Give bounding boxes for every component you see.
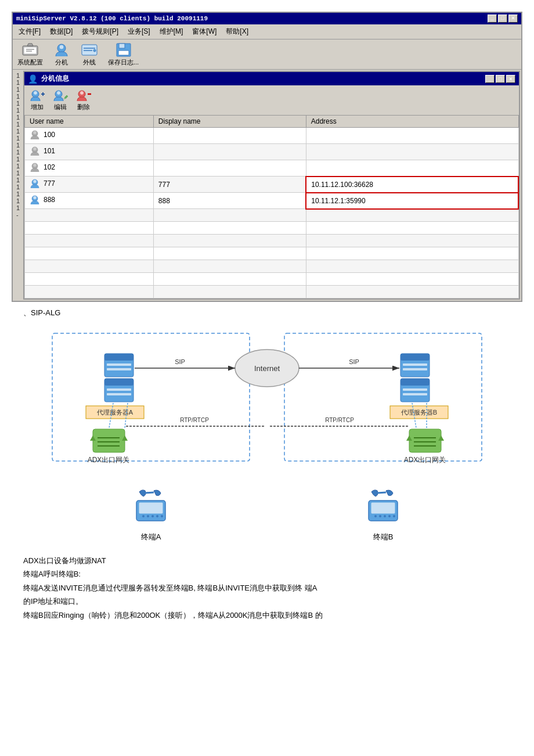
svg-point-31 <box>33 180 37 183</box>
main-title: miniSipServer V2.8.12 (100 clients) buil… <box>16 15 208 22</box>
add-icon <box>29 89 45 103</box>
svg-point-27 <box>33 147 37 151</box>
svg-text:SIP: SIP <box>349 358 359 365</box>
menu-help[interactable]: 帮助[X] <box>222 26 252 38</box>
dialog-title-text: 分机信息 <box>41 74 69 84</box>
menu-window[interactable]: 窗体[W] <box>189 26 220 38</box>
toolbar-ext-label: 分机 <box>55 58 68 67</box>
line-icon <box>80 42 99 58</box>
text-line-2: 终端A呼叫终端B: <box>23 567 511 581</box>
dialog-minimize-btn[interactable]: _ <box>485 75 495 83</box>
maximize-btn[interactable]: □ <box>498 15 507 23</box>
user-icon: 100 <box>30 129 55 140</box>
svg-point-15 <box>34 91 38 95</box>
cell-address <box>306 160 518 177</box>
user-icon: 101 <box>30 146 55 156</box>
svg-rect-39 <box>104 354 134 361</box>
svg-text:RTP/RTCP: RTP/RTCP <box>180 417 209 423</box>
extension-table: User name Display name Address <box>24 115 519 298</box>
main-area: 1 1 1 1 1 1 1 1 1 1 1 1 1 1 1 1 1 1 1 1 … <box>13 70 521 301</box>
col-address: Address <box>306 116 518 128</box>
cell-username: 100 <box>25 128 154 144</box>
svg-rect-12 <box>119 44 125 48</box>
toolbar-line-label: 外线 <box>83 58 96 67</box>
table-row[interactable]: 777 777 10.11.12.100:36628 <box>25 177 519 193</box>
menu-dial[interactable]: 拨号规则[P] <box>78 26 122 38</box>
toolbar-sysconfig[interactable]: 系统配置 <box>17 42 43 67</box>
svg-point-25 <box>33 131 37 135</box>
savelog-icon <box>114 42 133 58</box>
svg-point-90 <box>156 515 158 517</box>
delete-button[interactable]: 删除 <box>75 89 92 111</box>
dialog-maximize-btn[interactable]: □ <box>496 75 505 83</box>
add-button[interactable]: 增加 <box>29 89 45 111</box>
col-displayname: Display name <box>153 116 306 128</box>
minimize-btn[interactable]: _ <box>488 15 497 23</box>
cell-display: 888 <box>153 193 306 209</box>
dialog-controls: _ □ × <box>485 75 515 83</box>
cell-username: 888 <box>25 193 154 209</box>
cell-username: 101 <box>25 144 154 160</box>
svg-point-88 <box>147 515 149 517</box>
sip-alg-label: 、SIP-ALG <box>23 308 522 318</box>
text-content: ADX出口设备均做源NAT 终端A呼叫终端B: 终端A发送INVITE消息通过代… <box>23 554 511 622</box>
main-title-bar: miniSipServer V2.8.12 (100 clients) buil… <box>13 13 521 24</box>
dialog-close-btn[interactable]: × <box>506 75 515 83</box>
table-row <box>25 247 519 260</box>
table-row[interactable]: 888 888 10.11.12.1:35990 <box>25 193 519 209</box>
dialog-title-icon: 👤 <box>28 74 38 84</box>
toolbar-savelog[interactable]: 保存日志... <box>108 42 139 67</box>
svg-point-10 <box>93 49 96 52</box>
menu-file[interactable]: 文件[F] <box>15 26 44 38</box>
dialog-toolbar: 增加 编辑 <box>24 85 519 115</box>
table-row[interactable]: 100 <box>25 128 519 144</box>
edit-button[interactable]: 编辑 <box>52 89 68 111</box>
cell-address <box>306 144 518 160</box>
toolbar-sysconfig-label: 系统配置 <box>17 58 43 67</box>
close-btn[interactable]: × <box>508 15 518 23</box>
toolbar-line[interactable]: 外线 <box>80 42 99 67</box>
svg-rect-52 <box>403 388 427 391</box>
svg-line-20 <box>64 98 65 99</box>
cell-address: 10.11.12.1:35990 <box>306 193 518 209</box>
svg-line-92 <box>145 492 154 493</box>
svg-text:代理服务器A: 代理服务器A <box>96 409 134 416</box>
menu-maintain[interactable]: 维护[M] <box>156 26 187 38</box>
col-username: User name <box>25 116 154 128</box>
svg-text:ADX出口网关: ADX出口网关 <box>88 456 130 464</box>
svg-point-98 <box>388 515 391 517</box>
add-label: 增加 <box>31 103 44 111</box>
main-toolbar: 系统配置 分机 外线 <box>13 39 521 70</box>
svg-rect-13 <box>118 51 129 55</box>
table-row <box>25 273 519 286</box>
cell-address: 10.11.12.100:36628 <box>306 177 518 193</box>
ext-icon <box>52 42 71 58</box>
svg-point-95 <box>374 515 377 517</box>
svg-point-91 <box>161 515 163 517</box>
svg-text:ADX出口网关: ADX出口网关 <box>404 456 446 464</box>
main-window: miniSipServer V2.8.12 (100 clients) buil… <box>12 12 522 302</box>
table-row <box>25 235 519 247</box>
svg-line-100 <box>377 492 386 493</box>
user-icon: 888 <box>30 195 55 205</box>
svg-rect-49 <box>403 368 427 370</box>
menu-data[interactable]: 数据[D] <box>46 26 76 38</box>
svg-text:代理服务器B: 代理服务器B <box>400 409 437 416</box>
table-row[interactable]: 101 <box>25 144 519 160</box>
menu-service[interactable]: 业务[S] <box>124 26 154 38</box>
text-line-4: 的IP地址和端口。 <box>23 595 511 608</box>
text-line-5: 终端B回应Ringing（响铃）消息和200OK（接听），终端A从2000K消息… <box>23 609 511 622</box>
svg-rect-86 <box>139 502 163 514</box>
cell-display <box>153 128 306 144</box>
terminal-b-label: 终端B <box>373 532 394 542</box>
terminal-b: 终端B <box>363 486 403 542</box>
svg-point-29 <box>33 164 37 167</box>
table-row[interactable]: 102 <box>25 160 519 177</box>
toolbar-ext[interactable]: 分机 <box>52 42 71 67</box>
user-icon: 102 <box>30 162 55 172</box>
menu-bar: 文件[F] 数据[D] 拨号规则[P] 业务[S] 维护[M] 窗体[W] 帮助… <box>13 24 521 39</box>
user-icon: 777 <box>30 178 55 189</box>
svg-rect-35 <box>284 333 482 461</box>
svg-rect-48 <box>403 363 427 366</box>
svg-point-89 <box>151 515 154 517</box>
